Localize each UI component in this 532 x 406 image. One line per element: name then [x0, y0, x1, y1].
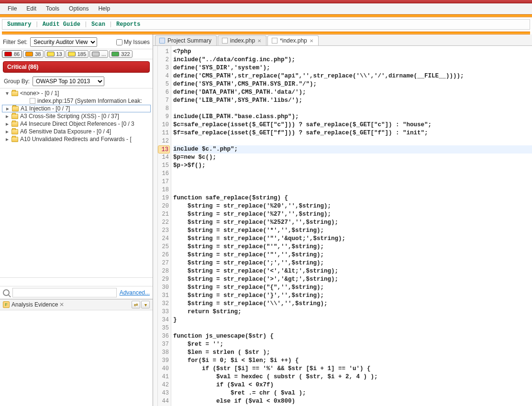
line-number: 27 — [158, 259, 169, 267]
severity-count-red[interactable]: 86 — [2, 50, 22, 58]
expander-closed-icon[interactable]: ▸ — [5, 121, 10, 127]
line-number: 39 — [158, 357, 169, 365]
code-line: $string = str_replace("'",'',$string); — [173, 243, 532, 251]
menu-file[interactable]: File — [3, 4, 22, 13]
code-line: $p=new $c(); — [173, 154, 532, 162]
menu-options[interactable]: Options — [64, 4, 93, 13]
nav-summary[interactable]: Summary — [7, 21, 31, 28]
menu-tools[interactable]: Tools — [41, 4, 64, 13]
code-line — [173, 105, 532, 113]
editor-tab-label: Project Summary — [167, 37, 211, 44]
issues-tree[interactable]: ▾<none> - [0 / 1]index.php:157 (System I… — [0, 88, 153, 277]
line-number: 1 — [158, 48, 169, 56]
code-line: include(LIB_PATH."base.class.php"); — [173, 113, 532, 121]
nav-reports[interactable]: Reports — [116, 21, 140, 28]
severity-count-yellow2[interactable]: 185 — [66, 50, 89, 58]
tree-row[interactable]: ▸A1 Injection - [0 / 7] — [2, 105, 151, 112]
tree-row-label: <none> - [0 / 1] — [20, 90, 59, 97]
severity-count-green[interactable]: 322 — [109, 50, 132, 58]
line-number: 9 — [158, 113, 169, 121]
code-line: include("../data/config.inc.php"); — [173, 56, 532, 64]
editor-tab[interactable]: index.php✕ — [218, 35, 266, 45]
code-line: define('DATA_PATH',CMS_PATH.'data/'); — [173, 88, 532, 97]
line-number: 25 — [158, 243, 169, 251]
analysis-evidence-title: Analysis Evidence — [10, 301, 58, 308]
code-line: include $c.".php"; — [173, 145, 532, 154]
line-number: 21 — [158, 210, 169, 219]
line-number: 15 — [158, 162, 169, 170]
code-line — [173, 137, 532, 145]
expander-closed-icon[interactable]: ▸ — [5, 128, 10, 135]
line-number: 20 — [158, 202, 169, 210]
search-input[interactable] — [12, 288, 117, 297]
evidence-tool-sync[interactable]: ⇄ — [132, 301, 140, 308]
code-line: $string = str_replace("{",'',$string); — [173, 284, 532, 292]
nav-audit-guide[interactable]: Audit Guide — [43, 21, 80, 28]
menu-edit[interactable]: Edit — [22, 4, 41, 13]
line-number: 11 — [158, 129, 169, 137]
expander-open-icon[interactable]: ▾ — [5, 90, 10, 97]
group-by-label: Group By: — [4, 78, 30, 85]
line-number: 38 — [158, 349, 169, 357]
tree-row[interactable]: ▸A3 Cross-Site Scripting (XSS) - [0 / 37… — [2, 112, 151, 120]
close-tab-icon[interactable]: ✕ — [257, 38, 261, 44]
my-issues-checkbox[interactable]: My Issues — [116, 39, 150, 45]
tree-row[interactable]: ▾<none> - [0 / 1] — [2, 89, 151, 97]
line-number-gutter: 1234567891011121314151617181920212223242… — [158, 46, 171, 406]
line-number: 4 — [158, 72, 169, 80]
group-by-select[interactable]: OWASP Top 10 2013 — [33, 77, 104, 86]
expander-closed-icon[interactable]: ▸ — [5, 105, 10, 112]
line-number: 5 — [158, 80, 169, 88]
php-file-icon — [222, 38, 228, 44]
severity-count-value: ... — [101, 51, 106, 57]
line-number: 23 — [158, 227, 169, 235]
critical-banner: Critical (86) — [3, 61, 150, 73]
severity-count-value: 86 — [14, 51, 20, 57]
line-number: 14 — [158, 154, 169, 162]
tree-row[interactable]: ▸A10 Unvalidated Redirects and Forwards … — [2, 135, 151, 143]
expander-closed-icon[interactable]: ▸ — [5, 136, 10, 143]
code-line: $string = str_replace('<','&lt;',$string… — [173, 267, 532, 275]
accent-strip-top — [0, 14, 532, 17]
line-number: 19 — [158, 194, 169, 202]
nav-scan[interactable]: Scan — [91, 21, 105, 28]
expander-closed-icon[interactable]: ▸ — [5, 113, 10, 120]
code-line — [173, 170, 532, 178]
tree-row[interactable]: ▸A4 Insecure Direct Object References - … — [2, 120, 151, 128]
tree-row[interactable]: index.php:157 (System Information Leak: — [2, 97, 151, 105]
folder-icon — [11, 129, 18, 134]
evidence-tool-menu[interactable]: ▾ — [141, 301, 150, 308]
php-file-icon — [272, 38, 277, 44]
tree-horizontal-scrollbar[interactable] — [0, 277, 153, 286]
advanced-search-link[interactable]: Advanced... — [120, 289, 150, 296]
line-number: 10 — [158, 121, 169, 129]
close-tab-icon[interactable]: ✕ — [310, 38, 313, 44]
severity-count-gray[interactable]: ... — [89, 50, 108, 58]
severity-count-orange[interactable]: 38 — [23, 50, 43, 58]
code-line: } — [173, 316, 532, 324]
close-icon[interactable]: ✕ — [58, 301, 64, 308]
editor-tab[interactable]: *index.php✕ — [267, 35, 319, 45]
code-area[interactable]: <?phpinclude("../data/config.inc.php");d… — [171, 46, 532, 406]
line-number: 32 — [158, 300, 169, 308]
editor-tab[interactable]: Project Summary — [155, 35, 217, 45]
code-line: define('SYS_DIR','system'); — [173, 64, 532, 72]
marker-column — [153, 46, 158, 406]
tree-row[interactable]: ▸A6 Sensitive Data Exposure - [0 / 4] — [2, 128, 151, 135]
severity-count-value: 38 — [35, 51, 41, 57]
code-line — [173, 178, 532, 186]
code-line: $c=safe_replace(isset($_GET["c"])) ? saf… — [173, 121, 532, 129]
my-issues-input[interactable] — [116, 39, 122, 45]
line-number: 31 — [158, 292, 169, 300]
line-number: 34 — [158, 316, 169, 324]
line-number: 41 — [158, 373, 169, 381]
code-line: $p->$f(); — [173, 162, 532, 170]
code-line: else if ($val < 0x800) — [173, 397, 532, 406]
filter-set-select[interactable]: Security Auditor View — [30, 37, 97, 47]
severity-count-value: 322 — [121, 51, 130, 57]
folder-icon — [11, 137, 18, 142]
severity-count-yellow[interactable]: 13 — [44, 50, 65, 58]
menu-help[interactable]: Help — [93, 4, 115, 13]
menu-bar: File Edit Tools Options Help — [0, 3, 532, 14]
line-number: 42 — [158, 381, 169, 389]
